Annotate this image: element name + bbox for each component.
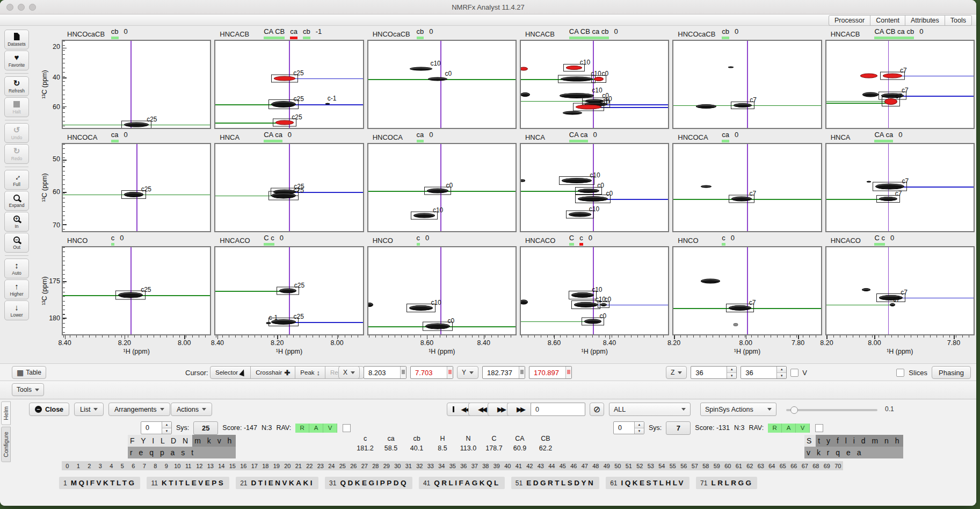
peak[interactable]: [569, 212, 591, 217]
plot-canvas[interactable]: c7: [672, 143, 822, 232]
sidebar-button-out[interactable]: −Out: [4, 233, 29, 253]
y-cursor2-value[interactable]: 170.897: [529, 366, 572, 379]
sidebar-button-datasets[interactable]: Datasets: [4, 30, 29, 49]
topbar-button-attributes[interactable]: Attributes: [905, 15, 945, 26]
z-plane-spinner-2[interactable]: 36 ▲▼: [741, 366, 787, 379]
peak[interactable]: [325, 103, 330, 104]
peak[interactable]: [410, 67, 432, 70]
rav-segment-r[interactable]: R: [768, 424, 782, 433]
sequence-chip[interactable]: 41QRLIFAGKQL: [419, 477, 505, 489]
slices-checkbox[interactable]: [896, 369, 904, 377]
phasing-button[interactable]: Phasing: [932, 366, 971, 379]
arrangements-menu-button[interactable]: Arrangements: [108, 403, 170, 416]
y-axis-dropdown[interactable]: Y: [457, 366, 478, 379]
peak[interactable]: [574, 302, 598, 307]
peak[interactable]: [883, 73, 902, 78]
peak[interactable]: [578, 196, 608, 202]
minimize-window-button[interactable]: [18, 4, 25, 11]
plot-canvas[interactable]: c10c10c0c0: [520, 246, 669, 335]
y-cursor2-slider[interactable]: [565, 367, 571, 378]
sidebar-button-full[interactable]: ↔Full: [4, 170, 29, 190]
rav-checkbox[interactable]: [343, 424, 351, 432]
crosshair-vertical[interactable]: [136, 144, 137, 231]
peak[interactable]: [867, 181, 871, 182]
fragment-row-bottom[interactable]: v k r q e a: [804, 447, 903, 458]
plot-canvas[interactable]: c25c-1c25: [214, 246, 364, 335]
topbar-button-processor[interactable]: Processor: [829, 15, 870, 26]
crosshair-vertical[interactable]: [747, 247, 748, 334]
rav-segment-a[interactable]: A: [309, 424, 323, 433]
peak[interactable]: [701, 185, 712, 188]
peak[interactable]: [427, 189, 448, 193]
peak[interactable]: [734, 103, 752, 107]
peak[interactable]: [520, 180, 525, 182]
z-plane-spinner-1[interactable]: 36 ▲▼: [691, 366, 737, 379]
peak[interactable]: [520, 67, 528, 70]
peak[interactable]: [696, 104, 716, 109]
peak[interactable]: [890, 303, 895, 306]
fragment-segment[interactable]: F Y I L D N: [128, 435, 192, 447]
tolerance-slider[interactable]: [786, 409, 877, 411]
peak[interactable]: [562, 178, 592, 183]
v-checkbox[interactable]: [790, 369, 798, 377]
sidebar-button-auto[interactable]: ↕Auto: [4, 259, 29, 278]
spinner-arrows[interactable]: ▲▼: [776, 367, 786, 378]
peak[interactable]: [520, 300, 528, 305]
tools-dropdown[interactable]: Tools: [12, 383, 44, 396]
sequence-chip[interactable]: 21DTIENVKAKI: [236, 477, 318, 489]
x-cursor2-value[interactable]: 7.703: [410, 366, 453, 379]
plot-canvas[interactable]: c10c0: [367, 246, 517, 335]
cursor-mode-peak[interactable]: Peak↕: [295, 366, 325, 379]
peak[interactable]: [566, 66, 582, 70]
panel-tab-helm[interactable]: Helm: [1, 402, 11, 425]
peak[interactable]: [367, 303, 374, 307]
crosshair-vertical[interactable]: [130, 41, 132, 128]
peak[interactable]: [875, 184, 904, 190]
plot-canvas[interactable]: c25: [62, 40, 211, 129]
peak[interactable]: [576, 105, 601, 110]
peak[interactable]: [729, 305, 751, 311]
plot-canvas[interactable]: c25c25c-1c25: [214, 40, 364, 129]
sidebar-button-favorite[interactable]: ♥Favorite: [4, 51, 29, 70]
plot-canvas[interactable]: c7c7: [825, 143, 975, 232]
filter-select[interactable]: ALL: [609, 403, 691, 416]
sidebar-button-higher[interactable]: ↑Higher: [4, 279, 29, 299]
sidebar-button-refresh[interactable]: ↻Refresh: [4, 76, 29, 96]
peak[interactable]: [561, 77, 593, 82]
crosshair-vertical[interactable]: [888, 247, 889, 334]
slider-thumb[interactable]: [790, 406, 798, 414]
sys-number-field[interactable]: 7: [666, 421, 691, 435]
peak[interactable]: [594, 77, 604, 81]
peak[interactable]: [520, 92, 530, 97]
peak[interactable]: [731, 197, 752, 202]
plot-canvas[interactable]: c7c7c7: [825, 40, 975, 129]
peak[interactable]: [124, 192, 143, 197]
crosshair-vertical[interactable]: [289, 41, 290, 128]
sequence-chip[interactable]: 71LRLRGG: [696, 477, 757, 489]
peak[interactable]: [600, 303, 607, 306]
plot-canvas[interactable]: c25: [62, 246, 211, 335]
plot-canvas[interactable]: c25c25: [214, 143, 364, 232]
crosshair-vertical[interactable]: [747, 144, 748, 231]
plot-canvas[interactable]: c7: [672, 246, 822, 335]
peak[interactable]: [409, 305, 433, 311]
x-cursor-value[interactable]: 8.203: [364, 366, 406, 379]
sidebar-button-expand[interactable]: Expand: [4, 191, 29, 211]
fragment-segment[interactable]: S: [804, 435, 816, 447]
spinner-arrows[interactable]: ▲▼: [634, 422, 644, 434]
rav-segment-a[interactable]: A: [782, 424, 796, 433]
plot-canvas[interactable]: c10c0: [367, 40, 517, 129]
spinsys-actions-menu[interactable]: SpinSys Actions: [700, 403, 776, 416]
fragment-segment[interactable]: m k v h: [192, 435, 236, 447]
peak[interactable]: [701, 279, 720, 284]
topbar-button-content[interactable]: Content: [870, 15, 905, 26]
plot-canvas[interactable]: c25: [62, 143, 211, 232]
cursor-mode-selector[interactable]: Selector: [210, 366, 251, 379]
peak[interactable]: [124, 122, 149, 127]
crosshair-vertical[interactable]: [747, 41, 748, 128]
table-button[interactable]: ▦ Table: [12, 366, 46, 379]
peak[interactable]: [118, 292, 143, 298]
peak[interactable]: [271, 101, 296, 107]
spinsys-offset-spinner[interactable]: 0▲▼: [613, 421, 644, 434]
x-cursor-slider[interactable]: [400, 367, 406, 378]
